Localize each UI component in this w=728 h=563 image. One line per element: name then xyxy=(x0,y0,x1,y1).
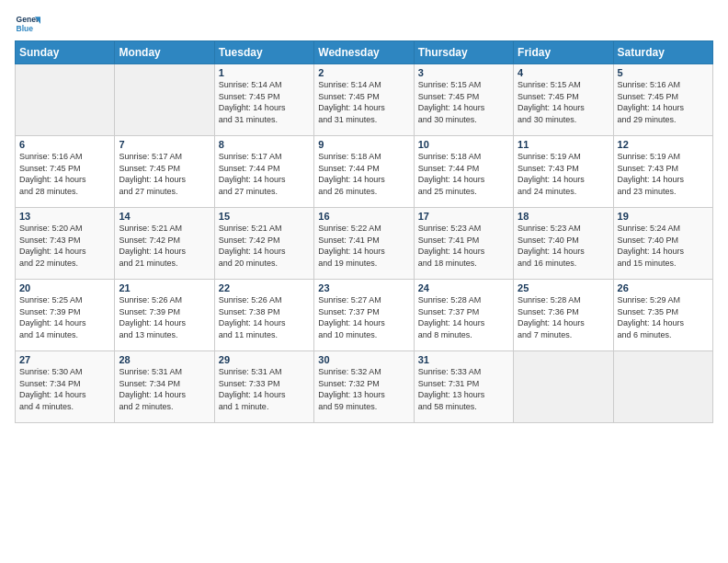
week-row-5: 27Sunrise: 5:30 AM Sunset: 7:34 PM Dayli… xyxy=(16,351,713,423)
calendar-cell: 17Sunrise: 5:23 AM Sunset: 7:41 PM Dayli… xyxy=(414,208,513,280)
calendar-cell: 29Sunrise: 5:31 AM Sunset: 7:33 PM Dayli… xyxy=(214,351,313,423)
calendar-cell: 13Sunrise: 5:20 AM Sunset: 7:43 PM Dayli… xyxy=(16,208,115,280)
calendar-cell: 20Sunrise: 5:25 AM Sunset: 7:39 PM Dayli… xyxy=(16,280,115,351)
day-number: 22 xyxy=(219,282,310,293)
day-info: Sunrise: 5:30 AM Sunset: 7:34 PM Dayligh… xyxy=(19,366,110,412)
calendar-header-row: SundayMondayTuesdayWednesdayThursdayFrid… xyxy=(16,41,713,64)
calendar-cell: 19Sunrise: 5:24 AM Sunset: 7:40 PM Dayli… xyxy=(613,208,712,280)
header-saturday: Saturday xyxy=(613,41,712,64)
day-info: Sunrise: 5:28 AM Sunset: 7:37 PM Dayligh… xyxy=(418,294,509,340)
day-info: Sunrise: 5:33 AM Sunset: 7:31 PM Dayligh… xyxy=(418,366,509,412)
calendar-cell: 10Sunrise: 5:18 AM Sunset: 7:44 PM Dayli… xyxy=(414,136,513,208)
calendar-cell: 3Sunrise: 5:15 AM Sunset: 7:45 PM Daylig… xyxy=(414,64,513,136)
day-info: Sunrise: 5:21 AM Sunset: 7:42 PM Dayligh… xyxy=(219,223,310,269)
calendar-cell: 14Sunrise: 5:21 AM Sunset: 7:42 PM Dayli… xyxy=(115,208,214,280)
calendar-cell xyxy=(16,64,115,136)
calendar-cell: 7Sunrise: 5:17 AM Sunset: 7:45 PM Daylig… xyxy=(115,136,214,208)
calendar-cell: 5Sunrise: 5:16 AM Sunset: 7:45 PM Daylig… xyxy=(613,64,712,136)
day-info: Sunrise: 5:26 AM Sunset: 7:39 PM Dayligh… xyxy=(119,294,210,340)
day-info: Sunrise: 5:18 AM Sunset: 7:44 PM Dayligh… xyxy=(318,151,409,197)
header: General Blue xyxy=(15,11,713,37)
calendar-table: SundayMondayTuesdayWednesdayThursdayFrid… xyxy=(15,40,713,423)
day-number: 30 xyxy=(318,354,409,365)
day-number: 3 xyxy=(418,67,509,78)
calendar-cell: 11Sunrise: 5:19 AM Sunset: 7:43 PM Dayli… xyxy=(514,136,613,208)
calendar-cell: 6Sunrise: 5:16 AM Sunset: 7:45 PM Daylig… xyxy=(16,136,115,208)
day-number: 23 xyxy=(318,282,409,293)
calendar-cell: 2Sunrise: 5:14 AM Sunset: 7:45 PM Daylig… xyxy=(314,64,414,136)
header-friday: Friday xyxy=(514,41,613,64)
day-info: Sunrise: 5:15 AM Sunset: 7:45 PM Dayligh… xyxy=(418,79,509,125)
calendar-cell xyxy=(514,351,613,423)
calendar-cell: 21Sunrise: 5:26 AM Sunset: 7:39 PM Dayli… xyxy=(115,280,214,351)
day-number: 31 xyxy=(418,354,509,365)
calendar-cell: 31Sunrise: 5:33 AM Sunset: 7:31 PM Dayli… xyxy=(414,351,513,423)
day-number: 10 xyxy=(418,139,509,150)
day-number: 14 xyxy=(119,211,210,222)
day-info: Sunrise: 5:23 AM Sunset: 7:41 PM Dayligh… xyxy=(418,223,509,269)
week-row-4: 20Sunrise: 5:25 AM Sunset: 7:39 PM Dayli… xyxy=(16,280,713,351)
day-number: 4 xyxy=(518,67,609,78)
day-info: Sunrise: 5:22 AM Sunset: 7:41 PM Dayligh… xyxy=(318,223,409,269)
day-info: Sunrise: 5:29 AM Sunset: 7:35 PM Dayligh… xyxy=(618,294,709,340)
day-number: 1 xyxy=(219,67,310,78)
day-info: Sunrise: 5:15 AM Sunset: 7:45 PM Dayligh… xyxy=(518,79,609,125)
week-row-2: 6Sunrise: 5:16 AM Sunset: 7:45 PM Daylig… xyxy=(16,136,713,208)
calendar-cell: 18Sunrise: 5:23 AM Sunset: 7:40 PM Dayli… xyxy=(514,208,613,280)
day-info: Sunrise: 5:16 AM Sunset: 7:45 PM Dayligh… xyxy=(618,79,709,125)
day-info: Sunrise: 5:20 AM Sunset: 7:43 PM Dayligh… xyxy=(19,223,110,269)
day-number: 13 xyxy=(19,211,110,222)
header-tuesday: Tuesday xyxy=(214,41,313,64)
day-info: Sunrise: 5:31 AM Sunset: 7:33 PM Dayligh… xyxy=(219,366,310,412)
day-info: Sunrise: 5:31 AM Sunset: 7:34 PM Dayligh… xyxy=(119,366,210,412)
calendar-cell: 15Sunrise: 5:21 AM Sunset: 7:42 PM Dayli… xyxy=(214,208,313,280)
day-info: Sunrise: 5:32 AM Sunset: 7:32 PM Dayligh… xyxy=(318,366,409,412)
week-row-1: 1Sunrise: 5:14 AM Sunset: 7:45 PM Daylig… xyxy=(16,64,713,136)
day-info: Sunrise: 5:18 AM Sunset: 7:44 PM Dayligh… xyxy=(418,151,509,197)
day-number: 11 xyxy=(518,139,609,150)
calendar-cell: 1Sunrise: 5:14 AM Sunset: 7:45 PM Daylig… xyxy=(214,64,313,136)
svg-text:Blue: Blue xyxy=(17,24,34,33)
header-monday: Monday xyxy=(115,41,214,64)
calendar-cell: 30Sunrise: 5:32 AM Sunset: 7:32 PM Dayli… xyxy=(314,351,414,423)
day-info: Sunrise: 5:14 AM Sunset: 7:45 PM Dayligh… xyxy=(318,79,409,125)
day-number: 24 xyxy=(418,282,509,293)
day-info: Sunrise: 5:14 AM Sunset: 7:45 PM Dayligh… xyxy=(219,79,310,125)
day-number: 29 xyxy=(219,354,310,365)
calendar-cell xyxy=(115,64,214,136)
calendar-cell: 16Sunrise: 5:22 AM Sunset: 7:41 PM Dayli… xyxy=(314,208,414,280)
day-info: Sunrise: 5:21 AM Sunset: 7:42 PM Dayligh… xyxy=(119,223,210,269)
day-info: Sunrise: 5:28 AM Sunset: 7:36 PM Dayligh… xyxy=(518,294,609,340)
day-number: 28 xyxy=(119,354,210,365)
day-number: 5 xyxy=(618,67,709,78)
day-number: 18 xyxy=(518,211,609,222)
day-number: 2 xyxy=(318,67,409,78)
day-info: Sunrise: 5:17 AM Sunset: 7:44 PM Dayligh… xyxy=(219,151,310,197)
day-number: 6 xyxy=(19,139,110,150)
page-container: General Blue SundayMondayTuesdayWednesda… xyxy=(0,0,728,431)
day-number: 19 xyxy=(618,211,709,222)
day-number: 25 xyxy=(518,282,609,293)
day-number: 8 xyxy=(219,139,310,150)
day-number: 20 xyxy=(19,282,110,293)
day-number: 26 xyxy=(618,282,709,293)
day-number: 15 xyxy=(219,211,310,222)
calendar-cell: 23Sunrise: 5:27 AM Sunset: 7:37 PM Dayli… xyxy=(314,280,414,351)
day-info: Sunrise: 5:27 AM Sunset: 7:37 PM Dayligh… xyxy=(318,294,409,340)
logo-icon: General Blue xyxy=(15,11,40,37)
calendar-cell: 24Sunrise: 5:28 AM Sunset: 7:37 PM Dayli… xyxy=(414,280,513,351)
calendar-cell: 27Sunrise: 5:30 AM Sunset: 7:34 PM Dayli… xyxy=(16,351,115,423)
calendar-cell xyxy=(613,351,712,423)
day-info: Sunrise: 5:25 AM Sunset: 7:39 PM Dayligh… xyxy=(19,294,110,340)
day-number: 7 xyxy=(119,139,210,150)
day-info: Sunrise: 5:26 AM Sunset: 7:38 PM Dayligh… xyxy=(219,294,310,340)
day-number: 9 xyxy=(318,139,409,150)
calendar-cell: 4Sunrise: 5:15 AM Sunset: 7:45 PM Daylig… xyxy=(514,64,613,136)
header-wednesday: Wednesday xyxy=(314,41,414,64)
day-info: Sunrise: 5:19 AM Sunset: 7:43 PM Dayligh… xyxy=(618,151,709,197)
header-thursday: Thursday xyxy=(414,41,513,64)
calendar-cell: 25Sunrise: 5:28 AM Sunset: 7:36 PM Dayli… xyxy=(514,280,613,351)
day-number: 27 xyxy=(19,354,110,365)
calendar-cell: 9Sunrise: 5:18 AM Sunset: 7:44 PM Daylig… xyxy=(314,136,414,208)
day-number: 16 xyxy=(318,211,409,222)
